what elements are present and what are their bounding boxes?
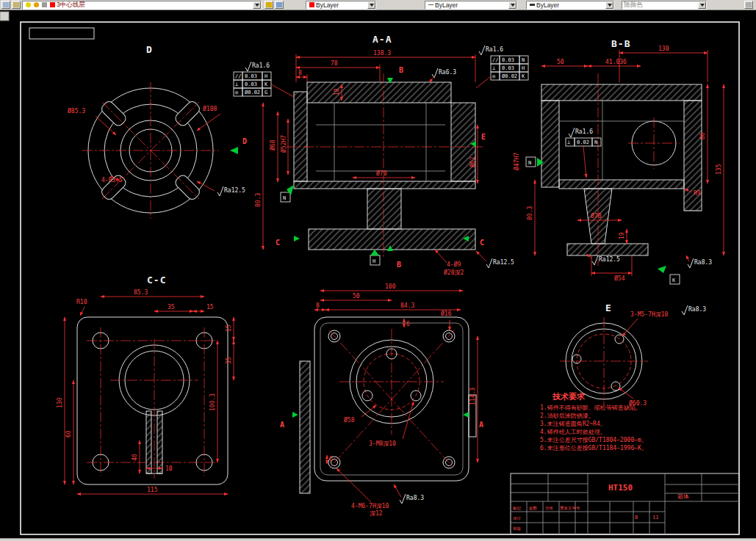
fcf-stack-right: Ra1.6 //0.03N ⊥0.03H ◎Ø0.02K — [476, 46, 528, 88]
dim-aa-total: 138.3 — [373, 50, 391, 57]
open-file-icon[interactable] — [12, 1, 21, 9]
dim-bb-d54: Ø54 — [614, 275, 625, 282]
ra-aa-16: Ra1.6 — [252, 62, 270, 69]
make-layer-icon[interactable] — [264, 1, 273, 9]
datum-n: N — [281, 185, 294, 202]
dim-f-6a: 6 — [406, 321, 410, 327]
tb-col-label: 处数 — [529, 506, 538, 511]
datum-triangle-icon — [287, 185, 294, 195]
section-b-top: B — [399, 66, 403, 74]
layer-freeze-icon — [34, 2, 39, 7]
ra-f-83: Ra8.3 — [406, 495, 424, 501]
plotstyle-combo-value: 随颜色 — [624, 1, 643, 10]
status-strip — [0, 538, 756, 541]
fcf-stack-left: //0.03H ⊥0.03K ◎Ø0.02G — [234, 72, 294, 97]
surface-finish-icon — [569, 128, 575, 137]
surface-finish-icon — [682, 305, 688, 315]
dim-aa-spotface: Ø20深2 — [444, 269, 464, 276]
drawing-canvas[interactable]: D Ø85.3 Ø108 4-R3.5 Ra12.5 D A-A — [0, 10, 756, 535]
dim-f-50: 50 — [353, 293, 360, 299]
dim-bb-130: 130 — [658, 46, 669, 52]
tb-col-label: 分区 — [545, 506, 554, 510]
dim-aa-8: 8 — [298, 70, 302, 76]
dim-f-h114: 114.3 — [469, 388, 476, 405]
fcf-ref: N — [594, 139, 597, 145]
layer-on-icon — [26, 2, 31, 7]
section-c-arrow-left — [294, 236, 300, 242]
tb-col-label: 标记 — [512, 506, 522, 511]
plotstyle-combo-dropdown-icon[interactable] — [698, 1, 706, 9]
svg-text:N: N — [283, 195, 286, 201]
tb-col-label: 更改文件号 — [560, 506, 580, 510]
dim-e-m5: 3-M5-7H深10 — [630, 311, 669, 318]
lineweight-combo[interactable]: ByLayer — [526, 1, 614, 10]
layer-combo-value: 3中心线层 — [57, 1, 85, 10]
dim-aa-h80: 80.3 — [255, 193, 262, 207]
section-c-left: C — [276, 239, 280, 247]
new-file-icon[interactable] — [1, 1, 10, 9]
surface-finish-icon — [479, 46, 485, 55]
svg-text:K: K — [672, 277, 676, 283]
layer-previous-icon[interactable] — [275, 1, 284, 9]
linetype-combo[interactable]: ByLayer — [425, 1, 517, 10]
center-bore — [110, 339, 198, 479]
dim-f-6b: 6 — [329, 456, 333, 462]
fcf-sym: ◎ — [235, 90, 239, 95]
part-name-cell: 箱体 — [677, 493, 689, 500]
tb-row-label: 设计 — [513, 516, 522, 520]
color-combo-dropdown-icon[interactable] — [367, 1, 375, 9]
ra-d: Ra12.5 — [224, 187, 245, 194]
svg-text:H: H — [372, 258, 375, 264]
section-a-right: A — [479, 421, 483, 429]
section-a-left: A — [280, 421, 284, 429]
dim-cc-h130: 130 — [57, 397, 63, 408]
tech-line: 6.未注形位公差按GB/T1184—1996—K。 — [540, 445, 647, 451]
toolbar-grip[interactable] — [0, 12, 9, 21]
dim-d-slots: 4-R3.5 — [101, 177, 123, 184]
layer-color-chip — [50, 2, 55, 7]
fcf-ref: G — [264, 90, 267, 95]
lineweight-combo-value: ByLayer — [536, 1, 559, 9]
dim-bb-19: 19 — [619, 232, 625, 239]
dim-bb-50: 50 — [557, 59, 564, 65]
view-front: 100 50 8 84.3 Ø16 6 Ø58 3-M8深10 114.3 6 … — [280, 283, 483, 517]
layer-combo[interactable]: 3中心线层 — [22, 1, 262, 10]
dim-f-m6: 4-M6-7H深10 — [351, 503, 389, 509]
datum-triangle-icon — [370, 250, 379, 255]
datum-k-bb: K — [658, 266, 680, 284]
layer-lock-icon — [42, 2, 47, 7]
fcf-val: 0.03 — [245, 73, 257, 79]
section-e-letter: E — [481, 133, 486, 141]
ra-aa-16b: Ra1.6 — [486, 46, 503, 53]
lineweight-combo-dropdown-icon[interactable] — [605, 1, 613, 9]
dim-cc-h40: 40 — [132, 454, 138, 461]
view-cc-title: C-C — [147, 275, 166, 286]
fcf-val: 0.03 — [245, 81, 257, 87]
plotstyle-combo[interactable]: 随颜色 — [622, 1, 707, 10]
material-cell: HT150 — [608, 483, 633, 493]
dim-cc-85: 85.3 — [134, 289, 148, 296]
view-d-title: D — [146, 44, 153, 55]
color-chip — [309, 2, 314, 7]
dim-cc-35: 35 — [168, 304, 175, 311]
surface-finish-icon — [592, 255, 598, 265]
ra-bb-16: Ra1.6 — [575, 128, 593, 135]
sheet-total: 11 — [652, 515, 658, 520]
linetype-sample-icon — [428, 4, 433, 5]
linetype-combo-value: ByLayer — [435, 1, 458, 9]
fcf-sym: // — [235, 73, 241, 79]
color-combo[interactable]: ByLayer — [306, 1, 376, 10]
section-b-bottom: B — [397, 261, 401, 269]
dim-bb-d47: Ø47H7 — [513, 153, 520, 170]
toolbar-overflow-icon[interactable] — [744, 1, 753, 9]
tech-line: 1.铸件不得有砂眼、缩松等铸造缺陷。 — [540, 404, 641, 411]
view-bb-geometry — [541, 84, 702, 255]
fcf-sym: // — [492, 57, 498, 63]
linetype-combo-dropdown-icon[interactable] — [508, 1, 516, 9]
layer-combo-dropdown-icon[interactable] — [253, 1, 261, 9]
ra-aa-125: Ra12.5 — [493, 259, 514, 266]
dim-f-d16: Ø16 — [441, 310, 452, 317]
section-a-arrow-right — [463, 412, 469, 418]
fcf-sym: ⊥ — [235, 81, 238, 87]
dim-f-m8: 3-M8深10 — [369, 440, 396, 447]
